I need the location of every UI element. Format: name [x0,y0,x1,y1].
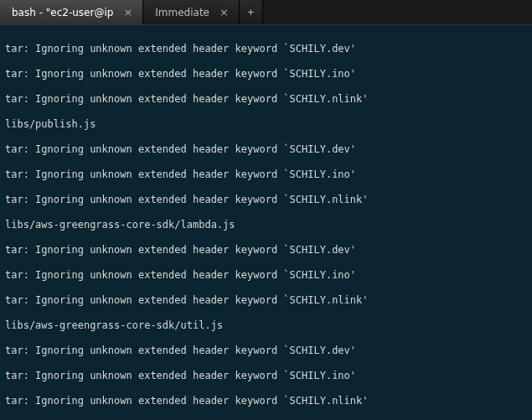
output-line: libs/publish.js [5,118,529,131]
output-line: tar: Ignoring unknown extended header ke… [5,93,529,106]
tab-immediate[interactable]: Immediate × [143,0,240,24]
tab-label: Immediate [155,7,209,18]
terminal-output[interactable]: tar: Ignoring unknown extended header ke… [0,25,532,420]
tab-label: bash - "ec2-user@ip [12,7,113,18]
output-line: tar: Ignoring unknown extended header ke… [5,68,529,80]
output-line: tar: Ignoring unknown extended header ke… [5,395,529,407]
output-line: tar: Ignoring unknown extended header ke… [5,43,529,55]
output-line: tar: Ignoring unknown extended header ke… [5,169,529,181]
output-line: tar: Ignoring unknown extended header ke… [5,370,529,382]
output-line: tar: Ignoring unknown extended header ke… [5,294,529,307]
output-line: tar: Ignoring unknown extended header ke… [5,269,529,282]
close-icon[interactable]: × [218,6,230,18]
close-icon[interactable]: × [121,6,134,18]
plus-icon: + [248,7,254,18]
new-tab-button[interactable]: + [240,0,263,24]
tab-bash[interactable]: bash - "ec2-user@ip × [0,0,143,24]
output-line: tar: Ignoring unknown extended header ke… [5,143,529,156]
output-line: tar: Ignoring unknown extended header ke… [5,244,529,257]
output-line: tar: Ignoring unknown extended header ke… [5,194,529,206]
output-line: libs/aws-greengrass-core-sdk/util.js [5,319,529,332]
tab-bar: bash - "ec2-user@ip × Immediate × + [0,0,532,25]
output-line: tar: Ignoring unknown extended header ke… [5,345,529,357]
output-line: libs/aws-greengrass-core-sdk/lambda.js [5,219,529,231]
